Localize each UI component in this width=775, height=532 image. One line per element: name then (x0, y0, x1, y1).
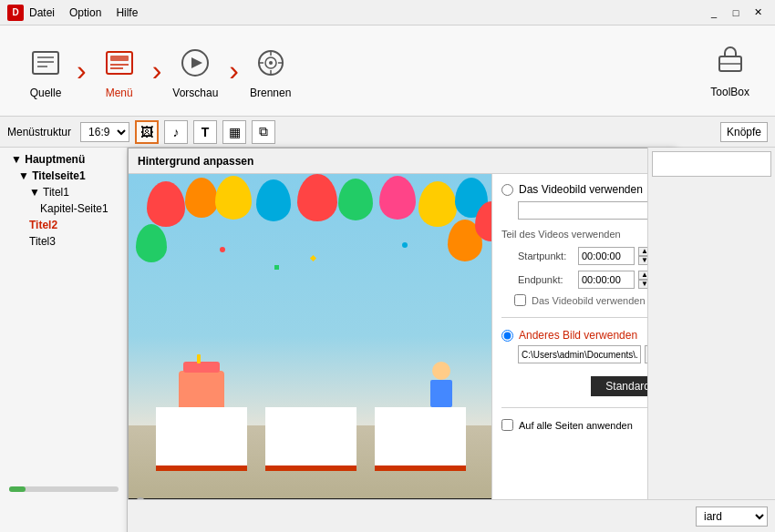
svg-marker-9 (191, 57, 202, 68)
hintergrund-modal: Hintergrund anpassen ✕ (128, 148, 675, 532)
arrow-icon: ▼ (11, 153, 25, 166)
title-bar: D Datei Option Hilfe _ □ ✕ (0, 0, 775, 26)
svg-point-12 (269, 61, 273, 65)
bottom-select[interactable]: Standard iard (696, 506, 768, 527)
startpunkt-input[interactable] (578, 247, 635, 265)
video-option-row: Das Videobild verwenden (501, 183, 665, 196)
apply-label: Auf alle Seiten anwenden (519, 420, 633, 431)
brennen-icon (251, 43, 291, 83)
svg-rect-0 (33, 52, 58, 74)
endpunkt-input[interactable] (578, 271, 635, 289)
bottom-panel: Standard iard (128, 499, 775, 532)
endpunkt-row: Endpunkt: ▲ ▼ (518, 271, 665, 289)
text-btn[interactable]: T (193, 120, 217, 144)
menu-hilfe[interactable]: Hilfe (116, 6, 138, 19)
vorschau-icon (175, 43, 215, 83)
anderes-radio-row: Anderes Bild verwenden (501, 329, 665, 342)
menu-icon (99, 43, 140, 83)
anderes-input-row: ... (518, 345, 665, 363)
menu-bar: Datei Option Hilfe (29, 6, 138, 19)
anderes-label: Anderes Bild verwenden (519, 329, 637, 342)
progress-bar (9, 486, 119, 492)
arrow-icon: ▼ (29, 186, 43, 199)
sidebar-item-titel3[interactable]: Titel3 (0, 233, 127, 250)
video-radio-label: Das Videobild verwenden (519, 183, 643, 196)
minimize-button[interactable]: _ (704, 5, 724, 21)
video-checkbox[interactable] (514, 294, 526, 306)
anderes-path-input[interactable] (518, 345, 641, 363)
toolbar-brennen[interactable]: Brennen (235, 36, 305, 107)
toolbox-label: ToolBox (710, 86, 749, 98)
video-path-input[interactable] (518, 201, 651, 220)
modal-title: Hintergrund anpassen (138, 155, 253, 168)
apply-row: Auf alle Seiten anwenden (501, 419, 665, 431)
toolbar-quelle[interactable]: Quelle (11, 36, 80, 107)
svg-rect-4 (107, 52, 132, 74)
copy-btn[interactable]: ⧉ (252, 120, 275, 144)
endpunkt-label: Endpunkt: (518, 274, 574, 285)
content-area: Hintergrund anpassen ✕ (128, 148, 775, 532)
vorschau-label: Vorschau (172, 87, 218, 99)
image-btn[interactable]: 🖼 (135, 120, 159, 144)
arrow-icon: ▼ (18, 169, 32, 182)
sidebar-item-titelseite1[interactable]: ▼ Titelseite1 (0, 168, 127, 184)
divider2 (501, 407, 665, 408)
anderes-radio[interactable] (501, 330, 513, 342)
close-button[interactable]: ✕ (748, 5, 768, 21)
video-panel: ▶ ■ ⏭ 00:00:00 / 00:00:00 (129, 174, 491, 532)
window-controls: _ □ ✕ (704, 5, 768, 21)
grid-btn[interactable]: ▦ (222, 120, 246, 144)
modal-titlebar: Hintergrund anpassen ✕ (129, 148, 674, 174)
quelle-icon (26, 43, 66, 83)
divider (501, 317, 665, 318)
sub-toolbar: Menüstruktur 16:9 4:3 🖼 ♪ T ▦ ⧉ Knöpfe (0, 117, 775, 148)
toolbar-vorschau[interactable]: Vorschau (158, 36, 232, 107)
brennen-label: Brennen (250, 87, 291, 99)
menu-datei[interactable]: Datei (29, 6, 55, 19)
menu-label: Menü (106, 87, 133, 99)
toolbox-icon (714, 44, 747, 82)
sidebar-item-kapitel-seite1[interactable]: Kapitel-Seite1 (0, 200, 127, 217)
quelle-label: Quelle (30, 87, 62, 99)
anderes-section: Anderes Bild verwenden ... Standard (501, 329, 665, 396)
knopfe-label: Knöpfe (720, 122, 768, 142)
svg-rect-5 (110, 56, 129, 61)
sidebar-item-hauptmenu[interactable]: ▼ Hauptmenü (0, 151, 127, 168)
maximize-button[interactable]: □ (726, 5, 746, 21)
main-area: ▼ Hauptmenü ▼ Titelseite1 ▼ Titel1 Kapit… (0, 148, 775, 532)
video-display (129, 174, 491, 498)
video-checkbox-label: Das Videobild verwenden (532, 295, 646, 306)
app-logo: D (7, 5, 24, 21)
modal-body: ▶ ■ ⏭ 00:00:00 / 00:00:00 Das Videobild … (129, 174, 674, 532)
toolbar-toolbox[interactable]: ToolBox (696, 36, 764, 106)
sidebar-item-titel1[interactable]: ▼ Titel1 (0, 184, 127, 200)
startpunkt-row: Startpunkt: ▲ ▼ (518, 247, 665, 265)
menu-option[interactable]: Option (69, 6, 101, 19)
sidebar-item-titel2[interactable]: Titel2 (0, 217, 127, 233)
toolbar-menu[interactable]: Menü (83, 34, 156, 108)
sidebar: ▼ Hauptmenü ▼ Titelseite1 ▼ Titel1 Kapit… (0, 148, 128, 532)
apply-checkbox[interactable] (501, 419, 513, 431)
aspect-select[interactable]: 16:9 4:3 (80, 122, 129, 142)
progress-fill (9, 486, 26, 492)
video-radio[interactable] (501, 184, 513, 196)
options-panel: Das Videobild verwenden ... Teil des Vid… (491, 174, 674, 532)
video-checkbox-row: Das Videobild verwenden (514, 294, 665, 306)
menustruktur-label: Menüstruktur (7, 126, 71, 138)
teil-label: Teil des Videos verwenden (501, 229, 665, 240)
main-toolbar: Quelle › Menü › Vorschau › Brennen ToolB… (0, 26, 775, 117)
right-panel-box (652, 151, 771, 177)
party-scene (129, 174, 491, 498)
music-btn[interactable]: ♪ (164, 120, 188, 144)
startpunkt-label: Startpunkt: (518, 251, 574, 261)
video-input-row: ... (518, 201, 665, 220)
